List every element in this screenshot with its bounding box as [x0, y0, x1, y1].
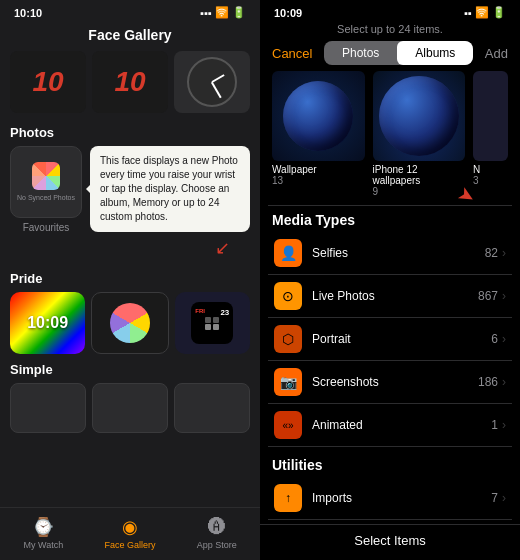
albums-row: Wallpaper 13 iPhone 12 wallpapers 9 ➤ N … — [260, 71, 520, 197]
photos-section-label: Photos — [10, 125, 250, 140]
simple-section-label: Simple — [10, 362, 250, 377]
clock-minute-hand — [211, 82, 221, 98]
left-scroll-content: 10 10 Photos — [0, 51, 260, 507]
tab-photos[interactable]: Photos — [324, 41, 397, 65]
screenshots-count: 186 — [478, 375, 498, 389]
select-items-bar[interactable]: Select Items — [260, 524, 520, 560]
grid-cell — [213, 317, 219, 323]
screenshots-chevron: › — [502, 375, 506, 389]
simple-section: Simple — [10, 362, 250, 433]
add-button[interactable]: Add — [485, 46, 508, 61]
animated-count: 1 — [491, 418, 498, 432]
tab-pill: Photos Albums — [324, 41, 473, 65]
screenshots-name: Screenshots — [312, 375, 478, 389]
media-row-screenshots[interactable]: 📷 Screenshots 186 › — [268, 361, 512, 404]
simple-face-2[interactable] — [92, 383, 168, 433]
media-row-live[interactable]: ⊙ Live Photos 867 › — [268, 275, 512, 318]
pride-face-circle[interactable] — [91, 292, 168, 354]
live-chevron: › — [502, 289, 506, 303]
media-types-list: 👤 Selfies 82 › ⊙ Live Photos 867 › ⬡ Por… — [260, 232, 520, 447]
face-thumb-red-2[interactable]: 10 — [92, 51, 168, 113]
clock-grid-row2 — [205, 324, 219, 330]
nav-item-app-store[interactable]: 🅐 App Store — [173, 517, 260, 550]
portrait-name: Portrait — [312, 332, 491, 346]
album-iphone12[interactable]: iPhone 12 wallpapers 9 ➤ — [373, 71, 466, 197]
clock-grid-row — [205, 317, 219, 323]
signal-icon: ▪▪▪ — [200, 7, 212, 19]
iphone-count: 9 — [373, 186, 466, 197]
live-name: Live Photos — [312, 289, 478, 303]
right-tab-controls: Cancel Photos Albums Add — [260, 41, 520, 71]
wallpaper-label: Wallpaper — [272, 164, 365, 175]
simple-face-3[interactable] — [174, 383, 250, 433]
right-wifi-icon: 🛜 — [475, 6, 489, 19]
n-label: N — [473, 164, 508, 175]
left-time: 10:10 — [14, 7, 42, 19]
utilities-header: Utilities — [260, 451, 520, 477]
simple-face-1[interactable] — [10, 383, 86, 433]
no-sync-label: No Synced Photos — [17, 194, 75, 202]
imports-name: Imports — [312, 491, 491, 505]
album-n[interactable]: N 3 — [473, 71, 508, 197]
my-watch-label: My Watch — [24, 540, 64, 550]
clock-grid — [205, 317, 219, 330]
grid-cell — [213, 324, 219, 330]
battery-icon: 🔋 — [232, 6, 246, 19]
face-thumb-clock[interactable] — [174, 51, 250, 113]
grid-cell — [205, 324, 211, 330]
pride-section-label: Pride — [10, 271, 250, 286]
photos-face-row: No Synced Photos Favourites This face di… — [10, 146, 250, 233]
right-status-bar: 10:09 ▪▪ 🛜 🔋 — [260, 0, 520, 23]
media-row-selfies[interactable]: 👤 Selfies 82 › — [268, 232, 512, 275]
right-signal-icon: ▪▪ — [464, 7, 472, 19]
date-badge: 23 — [220, 308, 229, 317]
album-wallpaper[interactable]: Wallpaper 13 — [272, 71, 365, 197]
right-status-icons: ▪▪ 🛜 🔋 — [464, 6, 506, 19]
live-icon: ⊙ — [274, 282, 302, 310]
app-store-label: App Store — [197, 540, 237, 550]
red-digit-1: 10 — [32, 68, 63, 96]
portrait-count: 6 — [491, 332, 498, 346]
cancel-button[interactable]: Cancel — [272, 46, 312, 61]
nav-item-face-gallery[interactable]: ◉ Face Gallery — [87, 516, 174, 550]
portrait-icon: ⬡ — [274, 325, 302, 353]
album-iphone-img — [373, 71, 466, 161]
clock-circle — [187, 57, 237, 107]
iphone-sphere — [379, 76, 459, 156]
screenshots-icon: 📷 — [274, 368, 302, 396]
page-title: Face Gallery — [0, 23, 260, 51]
face-thumb-red-1[interactable]: 10 — [10, 51, 86, 113]
photos-face-box[interactable]: No Synced Photos — [10, 146, 82, 218]
album-wallpaper-img — [272, 71, 365, 161]
media-types-header: Media Types — [260, 206, 520, 232]
selfies-chevron: › — [502, 246, 506, 260]
pride-faces-row: 10:09 FRI 23 — [10, 292, 250, 354]
photos-section: Photos No Synced Photos Favourites This … — [10, 125, 250, 259]
pride-face-dark[interactable]: FRI 23 — [175, 292, 250, 354]
live-count: 867 — [478, 289, 498, 303]
pride-small-clock: FRI 23 — [191, 302, 233, 344]
tab-albums[interactable]: Albums — [397, 41, 473, 65]
pride-section: Pride 10:09 FRI 23 — [10, 271, 250, 354]
red-face-content-1: 10 — [10, 51, 86, 113]
app-store-icon: 🅐 — [208, 517, 226, 538]
wallpaper-sphere — [283, 81, 353, 151]
photos-tooltip: This face displays a new Photo every tim… — [90, 146, 250, 232]
red-digit-2: 10 — [114, 68, 145, 96]
iphone-label: iPhone 12 wallpapers — [373, 164, 466, 186]
media-row-imports[interactable]: ↑ Imports 7 › — [268, 477, 512, 520]
album-n-img — [473, 71, 508, 161]
imports-count: 7 — [491, 491, 498, 505]
wifi-icon: 🛜 — [215, 6, 229, 19]
media-row-animated[interactable]: «» Animated 1 › — [268, 404, 512, 447]
imports-icon: ↑ — [274, 484, 302, 512]
face-gallery-label: Face Gallery — [104, 540, 155, 550]
selfies-icon: 👤 — [274, 239, 302, 267]
red-arrow-down-left: ↙ — [10, 237, 250, 259]
nav-item-my-watch[interactable]: ⌚ My Watch — [0, 516, 87, 550]
utilities-list: ↑ Imports 7 › — [260, 477, 520, 520]
bottom-nav: ⌚ My Watch ◉ Face Gallery 🅐 App Store — [0, 507, 260, 560]
media-row-portrait[interactable]: ⬡ Portrait 6 › — [268, 318, 512, 361]
pride-face-rainbow[interactable]: 10:09 — [10, 292, 85, 354]
selfies-name: Selfies — [312, 246, 485, 260]
